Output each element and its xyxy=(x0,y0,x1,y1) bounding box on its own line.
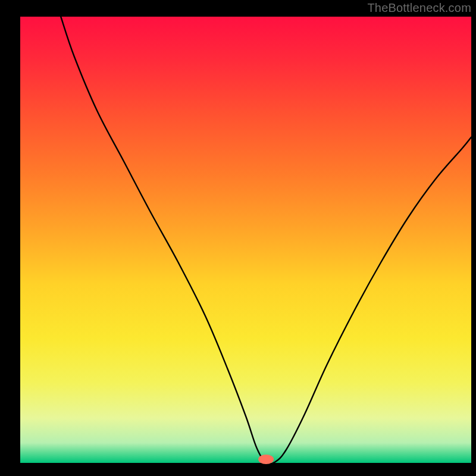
plot-background xyxy=(20,17,471,463)
chart-stage: TheBottleneck.com xyxy=(0,0,476,476)
watermark-label: TheBottleneck.com xyxy=(367,1,471,15)
bottleneck-chart xyxy=(0,0,476,476)
optimal-marker xyxy=(258,455,274,464)
